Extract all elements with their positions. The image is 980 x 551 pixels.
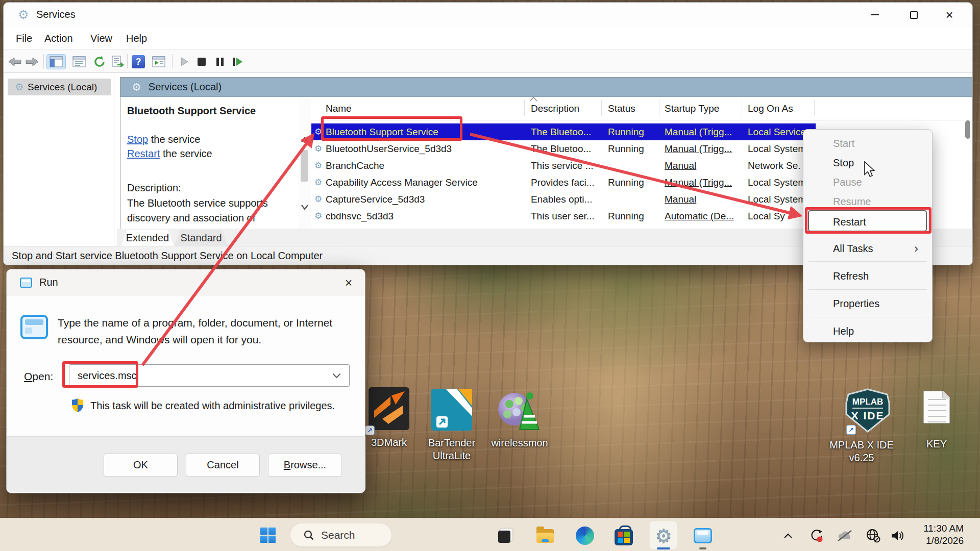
properties-button[interactable] — [71, 54, 87, 69]
maximize-button[interactable] — [898, 3, 929, 27]
close-button[interactable]: × — [934, 3, 965, 27]
table-row[interactable]: ⚙ CaptureService_5d3d3 Enables opti... M… — [311, 191, 816, 208]
desktop-icon-3dmark[interactable]: ↗ 3DMark — [358, 386, 420, 449]
column-divider[interactable] — [601, 100, 602, 116]
menu-item-all-tasks[interactable]: All Tasks › — [803, 239, 932, 258]
back-button[interactable] — [7, 54, 23, 69]
combobox-chevron-icon[interactable] — [333, 370, 341, 379]
run-title-bar[interactable]: Run × — [7, 269, 365, 296]
title-bar[interactable]: ⚙ Services × — [4, 3, 972, 27]
search-placeholder: Search — [321, 529, 355, 541]
cell-status — [608, 157, 661, 174]
menu-help[interactable]: Help — [123, 32, 150, 45]
scroll-up-icon[interactable] — [301, 137, 309, 143]
start-service-button[interactable] — [176, 54, 192, 69]
tab-extended[interactable]: Extended — [121, 230, 174, 246]
close-button[interactable]: × — [335, 270, 362, 295]
cell-name: BranchCache — [326, 157, 519, 174]
cancel-button[interactable]: Cancel — [186, 454, 260, 477]
stop-service-button[interactable] — [193, 54, 210, 69]
start-button[interactable] — [260, 528, 276, 543]
column-divider[interactable] — [524, 100, 525, 116]
scrollbar-thumb[interactable] — [301, 150, 308, 182]
menu-item-help[interactable]: Help — [803, 321, 932, 341]
show-action-pane-button[interactable] — [151, 54, 167, 69]
open-app-indicator — [699, 547, 706, 549]
column-header-log-on-as[interactable]: Log On As — [748, 103, 793, 114]
taskbar-file-explorer-button[interactable] — [534, 524, 556, 547]
column-divider[interactable] — [659, 100, 659, 116]
microsoft-store-icon — [615, 529, 633, 545]
forward-button[interactable] — [24, 54, 40, 69]
scroll-down-icon[interactable] — [301, 204, 309, 210]
refresh-icon — [93, 55, 106, 68]
restart-link-suffix: the service — [160, 148, 212, 159]
help-button[interactable]: ? — [130, 54, 146, 69]
restart-service-button[interactable] — [229, 54, 246, 69]
taskbar-services-button-active[interactable]: ⚙ — [652, 524, 675, 547]
shortcut-arrow-icon: ↗ — [846, 425, 856, 435]
column-divider[interactable] — [742, 100, 742, 116]
refresh-button[interactable] — [91, 54, 108, 69]
tray-onedrive-button[interactable] — [834, 524, 855, 547]
no-internet-icon — [866, 529, 881, 543]
service-gear-icon: ⚙ — [314, 191, 322, 208]
taskbar-task-view-button[interactable] — [494, 524, 517, 547]
close-icon: × — [345, 276, 353, 290]
desktop-icon-label: 3DMark — [358, 436, 420, 449]
desktop-icon-wirelessmon[interactable]: wirelessmon — [489, 388, 550, 449]
tray-volume-button[interactable] — [887, 524, 909, 547]
table-row[interactable]: ⚙ cbdhsvc_5d3d3 This user ser... Running… — [311, 208, 816, 224]
tray-hidden-icons-button[interactable] — [779, 524, 797, 547]
menu-view[interactable]: View — [87, 32, 115, 45]
taskbar-edge-button[interactable] — [574, 524, 596, 547]
stop-icon — [197, 57, 206, 66]
column-divider[interactable] — [814, 100, 815, 116]
search-box[interactable]: Search — [290, 523, 392, 547]
restart-service-link[interactable]: Restart — [127, 148, 160, 159]
shortcut-arrow-icon: ↗ — [365, 425, 375, 435]
menu-item-refresh[interactable]: Refresh — [803, 266, 932, 286]
document-icon — [923, 391, 950, 423]
desktop-icon-mplab[interactable]: MPLAB X IDE ↗ MPLAB X IDE v6.25 — [837, 388, 898, 464]
menu-file[interactable]: File — [13, 32, 35, 45]
tray-network-button[interactable] — [863, 524, 884, 547]
desktop-icon-label: wirelessmon — [489, 437, 550, 449]
browse-button[interactable]: Browse... — [268, 454, 342, 477]
desktop-icon-key[interactable]: KEY — [906, 391, 967, 450]
menu-item-properties[interactable]: Properties — [803, 294, 932, 313]
cell-description: Provides faci... — [531, 174, 600, 191]
menu-separator — [808, 289, 927, 290]
cell-startup-type: Manual — [665, 157, 742, 174]
column-header-description[interactable]: Description — [531, 103, 579, 114]
window-title: Services — [36, 9, 76, 20]
taskbar-run-button[interactable] — [692, 524, 714, 547]
column-header-startup-type[interactable]: Startup Type — [665, 103, 719, 114]
export-list-button[interactable] — [110, 54, 126, 69]
table-row[interactable]: ⚙ BluetoothUserService_5d3d3 The Bluetoo… — [311, 140, 816, 157]
column-header-name[interactable]: Name — [326, 103, 352, 114]
panel-scrollbar[interactable] — [298, 97, 311, 230]
table-row[interactable]: ⚙ Capability Access Manager Service Prov… — [311, 174, 816, 191]
list-scrollbar-thumb[interactable] — [965, 120, 970, 139]
cell-status: Running — [608, 174, 661, 191]
desktop-icon-label: BarTender UltraLite — [422, 437, 481, 462]
tray-sync-button[interactable] — [806, 524, 827, 547]
pause-service-button[interactable] — [212, 54, 228, 69]
menu-action[interactable]: Action — [41, 32, 76, 45]
cell-startup-type: Manual (Trigg... — [665, 123, 742, 140]
taskbar-clock[interactable]: 11:30 AM 1/8/2026 — [923, 522, 964, 547]
column-header-status[interactable]: Status — [608, 103, 635, 114]
minimize-button[interactable] — [859, 3, 891, 27]
ok-button[interactable]: OK — [104, 454, 178, 477]
tab-standard[interactable]: Standard — [174, 230, 228, 246]
tree-item-services-local[interactable]: ⚙ Services (Local) — [8, 79, 111, 95]
desktop-icon-bartender[interactable]: BarTender UltraLite — [421, 388, 482, 462]
stop-service-link[interactable]: Stop — [127, 134, 148, 145]
show-console-tree-button[interactable] — [46, 54, 66, 69]
table-row[interactable]: ⚙ BranchCache This service ... Manual Ne… — [311, 157, 816, 174]
menu-item-start: Start — [803, 134, 932, 153]
cell-status: Running — [608, 123, 661, 140]
wirelessmon-icon — [496, 388, 543, 433]
taskbar-store-button[interactable] — [612, 524, 635, 547]
